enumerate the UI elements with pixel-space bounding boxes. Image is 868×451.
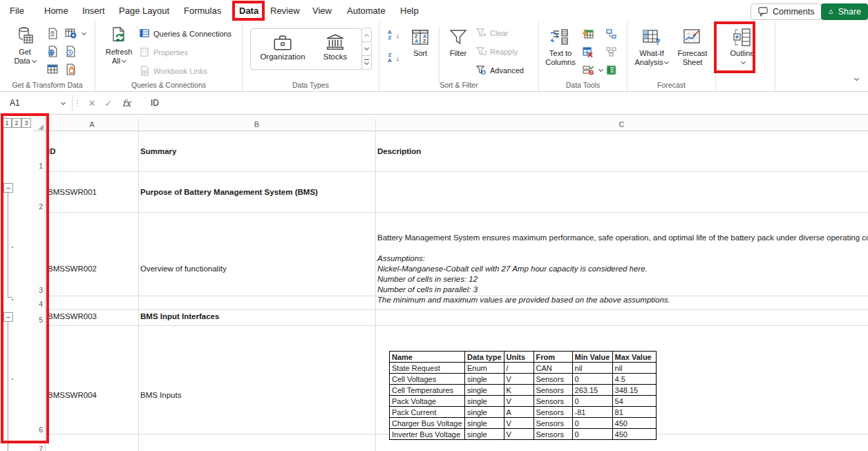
sort-descending-button[interactable]: ZA↓ <box>388 52 399 64</box>
tab-home[interactable]: Home <box>44 0 68 21</box>
data-validation-button[interactable] <box>582 64 603 76</box>
text-to-columns-button[interactable]: Text to Columns <box>543 27 578 67</box>
refresh-all-button[interactable]: Refresh All <box>101 26 137 66</box>
outline-level-1-button[interactable]: 1 <box>2 118 12 128</box>
cell-a3[interactable]: BMSSWR002 <box>48 265 97 273</box>
row-header-3[interactable]: 3 <box>39 286 43 294</box>
from-table-icon <box>47 64 59 75</box>
tab-help[interactable]: Help <box>400 0 419 21</box>
row-header-2[interactable]: 2 <box>39 202 43 211</box>
row-header-7[interactable]: 7 <box>39 445 43 451</box>
outline-level-2-button[interactable]: 2 <box>12 118 21 128</box>
collapse-group-1-button[interactable]: − <box>3 183 13 193</box>
flash-fill-button[interactable] <box>582 28 594 40</box>
from-picture-button[interactable] <box>65 28 86 39</box>
group-sort-filter: AZ↓ ZA↓ Z A A Z Sort <box>379 21 539 91</box>
confirm-entry-button[interactable]: ✓ <box>101 95 116 111</box>
get-data-icon <box>15 26 35 46</box>
select-all-corner[interactable] <box>33 117 46 131</box>
gallery-scroll-up[interactable] <box>361 28 372 42</box>
gallery-scroll-down[interactable] <box>361 41 372 56</box>
outline-level-3-button[interactable]: 3 <box>21 118 31 128</box>
cell-b2[interactable]: Purpose of Battery Management System (BM… <box>140 188 318 196</box>
recent-sources-button[interactable] <box>65 46 77 57</box>
sort-ascending-button[interactable]: AZ↓ <box>388 30 399 41</box>
data-type-organization[interactable]: Organization <box>256 33 309 61</box>
group-label-sort-filter: Sort & Filter <box>379 81 538 89</box>
data-type-stocks[interactable]: Stocks <box>314 33 356 61</box>
cell-a5[interactable]: BMSSWR003 <box>48 312 97 320</box>
reapply-filter-button[interactable]: Reapply <box>476 47 518 57</box>
cell-b6[interactable]: BMS Inputs <box>140 391 181 399</box>
cell-c3-italic-line: Number of cells in series: 12 <box>377 275 478 283</box>
cell-b1[interactable]: Summary <box>140 147 176 155</box>
forecast-sheet-button[interactable]: Forecast Sheet <box>673 27 712 67</box>
bms-table-row: Inverter Bus VoltagesingleVSensors0450 <box>390 429 657 440</box>
collapse-group-2-button[interactable]: − <box>3 312 13 322</box>
row-header-4[interactable]: 4 <box>39 300 43 308</box>
cell-a1[interactable]: ID <box>48 147 56 155</box>
tab-view[interactable]: View <box>312 0 332 21</box>
active-tab-underline <box>238 19 261 21</box>
from-table-range-button[interactable] <box>47 64 59 75</box>
cell-a2[interactable]: BMSSWR001 <box>48 188 97 196</box>
get-data-button[interactable]: Get Data <box>8 26 41 66</box>
existing-connections-icon <box>65 64 77 75</box>
organization-briefcase-icon <box>272 33 293 52</box>
from-text-csv-button[interactable] <box>47 28 59 39</box>
cell-c1[interactable]: Description <box>377 147 421 155</box>
name-box[interactable]: A1 <box>6 95 73 111</box>
bms-table-cell: Enum <box>465 363 504 374</box>
existing-connections-button[interactable] <box>65 64 77 75</box>
tab-insert[interactable]: Insert <box>82 0 105 21</box>
properties-button[interactable]: Properties <box>140 47 188 57</box>
svg-text:Z: Z <box>415 34 418 39</box>
row-headers: 1 2 3 4 5 6 7 <box>33 131 46 451</box>
workbook-links-button[interactable]: Workbook Links <box>140 66 207 76</box>
relationships-button[interactable] <box>605 28 617 40</box>
what-if-analysis-button[interactable]: ? What-If Analysis <box>633 27 670 67</box>
column-header-a[interactable]: A <box>46 117 138 131</box>
manage-data-model-button[interactable] <box>605 64 617 76</box>
tab-file[interactable]: File <box>10 0 24 21</box>
tab-formulas[interactable]: Formulas <box>184 0 221 21</box>
formula-bar-content[interactable]: ID <box>151 95 159 111</box>
bms-table-cell: Pack Voltage <box>390 396 465 407</box>
cancel-entry-button[interactable]: ✕ <box>84 95 100 111</box>
advanced-filter-button[interactable]: Advanced <box>476 66 524 75</box>
tab-review[interactable]: Review <box>270 0 300 21</box>
row-header-6[interactable]: 6 <box>39 425 43 434</box>
row-header-5[interactable]: 5 <box>39 316 43 324</box>
cell-a6[interactable]: BMSSWR004 <box>48 391 97 399</box>
row-header-1[interactable]: 1 <box>39 162 43 170</box>
queries-connections-label: Queries & Connections <box>153 30 232 38</box>
comments-button[interactable]: Comments <box>751 3 822 20</box>
outline-dropdown-chevron <box>741 59 746 64</box>
cell-c3-line1[interactable]: Battery Management System ensures maximu… <box>377 233 868 242</box>
column-header-b[interactable]: B <box>138 117 375 131</box>
bms-inputs-table[interactable]: NameData typeUnitsFromMin ValueMax Value… <box>389 351 657 440</box>
bms-table-cell: V <box>504 429 534 440</box>
tab-page-layout[interactable]: Page Layout <box>119 0 169 21</box>
from-web-button[interactable] <box>47 46 59 57</box>
clear-filter-button[interactable]: Clear <box>476 28 508 38</box>
outline-button[interactable]: Outline <box>723 27 762 65</box>
get-data-label-2: Data <box>14 57 35 66</box>
remove-duplicates-button[interactable] <box>582 46 594 58</box>
cell-b3[interactable]: Overview of functionality <box>140 265 227 273</box>
bms-table-cell: -81 <box>572 407 612 418</box>
sort-button[interactable]: Z A A Z Sort <box>406 27 435 58</box>
tab-automate[interactable]: Automate <box>347 0 386 21</box>
share-button[interactable]: Share <box>821 3 868 20</box>
workbook-links-label: Workbook Links <box>153 67 207 75</box>
cell-b5[interactable]: BMS Input Interfaces <box>140 312 219 320</box>
queries-connections-button[interactable]: Queries & Connections <box>140 28 232 39</box>
insert-function-button[interactable]: fx <box>119 95 134 111</box>
column-header-c[interactable]: C <box>375 117 868 131</box>
bms-table-cell: Sensors <box>534 396 572 407</box>
filter-button[interactable]: Filter <box>443 27 473 58</box>
consolidate-button[interactable] <box>605 46 617 58</box>
gallery-more-button[interactable] <box>361 55 372 70</box>
collapse-ribbon-chevron[interactable] <box>854 76 859 81</box>
cell-c3-italic-line: Number of cells in parallel: 3 <box>377 285 478 294</box>
